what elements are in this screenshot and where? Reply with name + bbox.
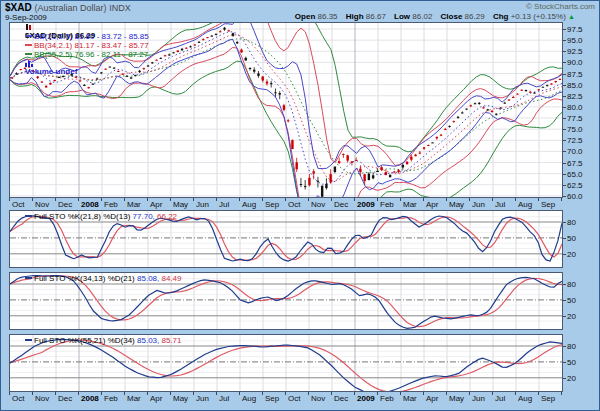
price-axis-label: 65.0 bbox=[567, 170, 583, 179]
month-label: Sep bbox=[265, 200, 279, 209]
sto-axis-tick bbox=[563, 254, 566, 255]
low-value: 86.02 bbox=[412, 12, 432, 21]
month-tick bbox=[32, 392, 33, 395]
price-axis-label: 82.5 bbox=[567, 92, 583, 101]
ticker-exchange: INDX bbox=[109, 3, 131, 13]
sto-axis-tick bbox=[563, 284, 566, 285]
month-label: May bbox=[449, 394, 464, 403]
candlestick-icon bbox=[25, 23, 33, 31]
month-label: Mar bbox=[127, 394, 141, 403]
month-label: Jun bbox=[472, 200, 485, 209]
ticker-symbol: $XAD bbox=[5, 2, 32, 13]
month-label: Aug bbox=[242, 200, 256, 209]
month-tick bbox=[170, 198, 171, 201]
price-axis-label: 72.5 bbox=[567, 136, 583, 145]
month-label: May bbox=[173, 394, 188, 403]
price-axis-label: 95.0 bbox=[567, 36, 583, 45]
month-label: May bbox=[173, 200, 188, 209]
sto-axis-tick bbox=[563, 238, 566, 239]
month-label: Sep bbox=[265, 394, 279, 403]
panel-1-label-row: Full STO %K(21,8) %D(13) 77.70, 66.22 bbox=[25, 212, 177, 221]
month-tick bbox=[423, 392, 424, 395]
month-tick bbox=[124, 198, 125, 201]
month-tick bbox=[55, 392, 56, 395]
price-axis-label: 60.0 bbox=[567, 192, 583, 201]
month-label: Oct bbox=[288, 200, 300, 209]
month-tick bbox=[423, 198, 424, 201]
month-tick bbox=[377, 392, 378, 395]
month-tick bbox=[262, 198, 263, 201]
month-tick bbox=[515, 392, 516, 395]
low-label: Low bbox=[394, 12, 410, 21]
month-label: 2009 bbox=[357, 394, 375, 403]
sto-axis-label: 80 bbox=[567, 280, 576, 289]
month-label: May bbox=[449, 200, 464, 209]
panel-3-label: Full STO %K(55,21) %D(34) bbox=[34, 336, 135, 345]
month-tick bbox=[446, 392, 447, 395]
sto-axis-label: 50 bbox=[567, 358, 576, 367]
month-label: Nov bbox=[35, 200, 49, 209]
panel-2-label-row: Full STO %K(34,13) %D(21) 85.08, 84.49 bbox=[25, 274, 182, 283]
price-axis-tick bbox=[563, 163, 566, 164]
sto-axis-label: 20 bbox=[567, 374, 576, 383]
panel-2-label: Full STO %K(34,13) %D(21) bbox=[34, 274, 135, 283]
month-tick bbox=[55, 198, 56, 201]
month-label: Nov bbox=[311, 394, 325, 403]
month-label: Mar bbox=[403, 200, 417, 209]
price-axis-tick bbox=[563, 96, 566, 97]
month-label: Dec bbox=[58, 394, 72, 403]
legend-volume-label: Volume undef bbox=[25, 67, 77, 76]
month-label: Mar bbox=[403, 394, 417, 403]
month-label: Aug bbox=[518, 394, 532, 403]
legend-volume-row: Volume undef bbox=[25, 59, 149, 68]
month-tick bbox=[124, 392, 125, 395]
month-label: Dec bbox=[58, 200, 72, 209]
month-label: Apr bbox=[150, 200, 162, 209]
month-tick bbox=[78, 392, 79, 395]
month-axis-bottom: OctNovDec2008FebMarAprMayJunJulAugSepOct… bbox=[9, 392, 563, 404]
month-tick bbox=[9, 198, 10, 201]
bb34-line-swatch bbox=[25, 44, 32, 46]
month-tick bbox=[101, 392, 102, 395]
month-label: Jun bbox=[472, 394, 485, 403]
month-tick bbox=[469, 392, 470, 395]
month-tick bbox=[515, 198, 516, 201]
sto-axis-tick bbox=[563, 362, 566, 363]
panel-1-d-value: 66.22 bbox=[157, 212, 177, 221]
chart-date: 9-Sep-2009 bbox=[5, 13, 47, 22]
month-tick bbox=[147, 392, 148, 395]
legend-bb34-label: BB(34,2.1) 81.17 - 83.47 - 85.77 bbox=[34, 41, 149, 50]
month-label: 2009 bbox=[357, 200, 375, 209]
price-axis-label: 70.0 bbox=[567, 147, 583, 156]
price-axis-tick bbox=[563, 174, 566, 175]
panel-1-label: Full STO %K(21,8) %D(13) bbox=[34, 212, 130, 221]
sto-axis-label: 80 bbox=[567, 218, 576, 227]
price-axis-label: 67.5 bbox=[567, 159, 583, 168]
close-label: Close bbox=[441, 12, 463, 21]
sto-axis-tick bbox=[563, 316, 566, 317]
month-label: Feb bbox=[380, 394, 394, 403]
month-tick bbox=[285, 392, 286, 395]
sto-axis-tick bbox=[563, 378, 566, 379]
close-value: 86.29 bbox=[465, 12, 485, 21]
month-label: Oct bbox=[12, 394, 24, 403]
price-axis-label: 90.0 bbox=[567, 58, 583, 67]
chg-value: +0.13 (+0.15%) bbox=[511, 12, 566, 21]
month-label: Jul bbox=[219, 394, 229, 403]
month-label: Nov bbox=[35, 394, 49, 403]
legend-price-row: $XAD (Daily) 86.29 bbox=[25, 23, 149, 32]
month-tick bbox=[400, 198, 401, 201]
panel-3-label-row: Full STO %K(55,21) %D(34) 85.03, 85.71 bbox=[25, 336, 182, 345]
month-tick bbox=[538, 198, 539, 201]
price-axis-label: 92.5 bbox=[567, 47, 583, 56]
legend-bb55-row: BB(55,2.5) 76.96 - 82.11 - 87.27 bbox=[25, 50, 149, 59]
price-axis-tick bbox=[563, 185, 566, 186]
month-tick bbox=[216, 392, 217, 395]
sto-axis-tick bbox=[563, 346, 566, 347]
chart-title: $XAD (Australian Dollar) INDX bbox=[5, 2, 131, 13]
sto-axis-label: 80 bbox=[567, 342, 576, 351]
legend-bb21-label: BB(21,2.0) 81.60 - 83.72 - 85.85 bbox=[34, 32, 149, 41]
price-axis-tick bbox=[563, 51, 566, 52]
month-tick bbox=[147, 198, 148, 201]
month-tick bbox=[538, 392, 539, 395]
